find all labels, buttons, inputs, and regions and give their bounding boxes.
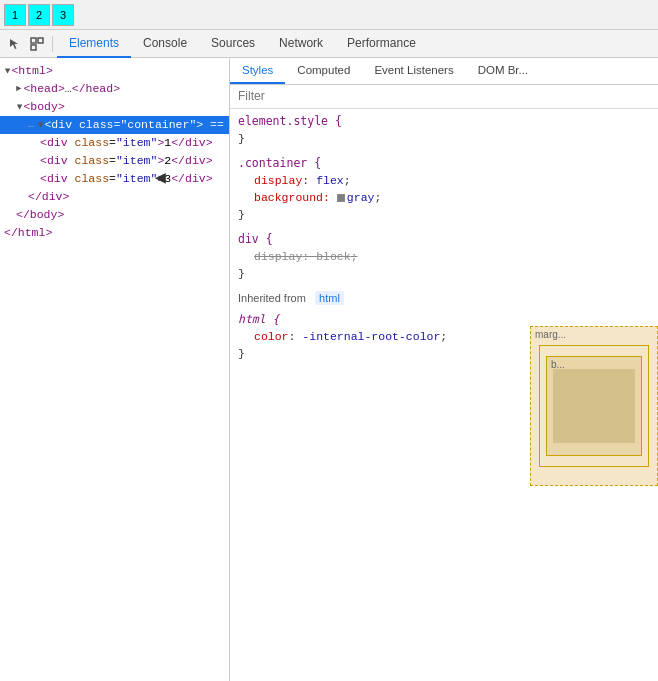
text-item1: 1 xyxy=(164,134,171,152)
tree-html[interactable]: ► <html> xyxy=(0,62,229,80)
tag-item3-name: div xyxy=(47,170,68,188)
ellipsis-head: … xyxy=(65,80,72,98)
subtab-computed[interactable]: Computed xyxy=(285,58,362,84)
tree-item-2[interactable]: < div class = "item" > 2 </div> xyxy=(0,152,229,170)
tree-item-1[interactable]: < div class = "item" > 1 </div> xyxy=(0,134,229,152)
filter-bar xyxy=(230,85,658,109)
box-model-panel: marg... b... xyxy=(530,326,658,486)
tree-div-close: </div> xyxy=(0,188,229,206)
tag-item2-gt: > xyxy=(157,152,164,170)
tag-item2-name: div xyxy=(47,152,68,170)
triangle-html: ► xyxy=(0,68,16,73)
tree-html-close: </html> xyxy=(0,224,229,242)
tag-item3-gt: > xyxy=(157,170,164,188)
tab-console[interactable]: Console xyxy=(131,30,199,58)
toolbar-divider xyxy=(52,36,53,52)
inspect-icon[interactable] xyxy=(26,33,48,55)
tag-close-div: </div> xyxy=(28,188,69,206)
tag-html-open: <html> xyxy=(11,62,52,80)
rule-display-flex: display : flex ; xyxy=(238,172,650,189)
tag-item1-open: < xyxy=(40,134,47,152)
tag-item1-name: div xyxy=(47,134,68,152)
cursor-icon[interactable] xyxy=(4,33,26,55)
tag-item2-open: < xyxy=(40,152,47,170)
tree-body-close: </body> xyxy=(0,206,229,224)
svg-rect-2 xyxy=(31,45,36,50)
eq-item1: = xyxy=(109,134,116,152)
tab-performance[interactable]: Performance xyxy=(335,30,428,58)
preview-box-1: 1 xyxy=(4,4,26,26)
eq-item3: = xyxy=(109,170,116,188)
elements-tree[interactable]: ► <html> ► <head> … </head> ► <body> … ►… xyxy=(0,58,229,681)
text-item3: 3 xyxy=(164,170,171,188)
tag-div-name: div xyxy=(51,116,72,134)
tree-head[interactable]: ► <head> … </head> xyxy=(0,80,229,98)
tag-body: <body> xyxy=(23,98,64,116)
rule-background: background: gray ; xyxy=(238,189,650,206)
tree-item-3[interactable]: < div class = "item" > 3 </div> xyxy=(0,170,229,188)
tab-network[interactable]: Network xyxy=(267,30,335,58)
tree-div-container[interactable]: … ► < div class = "container" > == $0 xyxy=(0,116,229,134)
selector-element-style: element.style { xyxy=(238,114,342,128)
rule-display-block: display : block ; xyxy=(238,248,650,265)
preview-box-2: 2 xyxy=(28,4,50,26)
box-margin-label: marg... xyxy=(535,329,566,340)
filter-input[interactable] xyxy=(238,89,650,103)
eq-item2: = xyxy=(109,152,116,170)
tab-bar: Elements Console Sources Network Perform… xyxy=(57,30,428,58)
eq-sign: == xyxy=(210,116,224,134)
preview-box-3: 3 xyxy=(52,4,74,26)
color-swatch-gray[interactable] xyxy=(337,194,345,202)
attr-item1-class: class xyxy=(75,134,110,152)
subtab-event-listeners[interactable]: Event Listeners xyxy=(362,58,465,84)
tag-item3-open: < xyxy=(40,170,47,188)
attr-item2-class: class xyxy=(75,152,110,170)
rule-element-style: element.style { } xyxy=(238,113,650,147)
tree-body[interactable]: ► <body> xyxy=(0,98,229,116)
tag-close-html: </html> xyxy=(4,224,52,242)
attr-class-name: class xyxy=(79,116,114,134)
subtab-styles[interactable]: Styles xyxy=(230,58,285,84)
selector-html: html { xyxy=(238,312,280,326)
svg-rect-1 xyxy=(38,38,43,43)
devtools-body: ► <html> ► <head> … </head> ► <body> … ►… xyxy=(0,58,658,681)
tab-elements[interactable]: Elements xyxy=(57,30,131,58)
devtools-toolbar: Elements Console Sources Network Perform… xyxy=(0,30,658,58)
tag-item2-close: </div> xyxy=(171,152,212,170)
triangle-head: ► xyxy=(16,80,21,98)
triangle-container: ► xyxy=(31,122,49,127)
tag-div-close: > xyxy=(196,116,203,134)
equals-container: = xyxy=(113,116,120,134)
preview-area: 1 2 3 xyxy=(0,0,658,30)
inherited-from-label: Inherited from html xyxy=(238,290,650,307)
attr-item2-value: "item" xyxy=(116,152,157,170)
rule-div: div { display : block ; } xyxy=(238,231,650,282)
attr-item1-value: "item" xyxy=(116,134,157,152)
inherited-tag-html[interactable]: html xyxy=(315,291,344,305)
selector-div: div { xyxy=(238,232,273,246)
subtab-dom-breakpoints[interactable]: DOM Br... xyxy=(466,58,540,84)
tab-sources[interactable]: Sources xyxy=(199,30,267,58)
tag-head: <head> xyxy=(23,80,64,98)
attr-item3-value: "item" xyxy=(116,170,157,188)
selector-container: .container { xyxy=(238,156,321,170)
tag-item1-gt: > xyxy=(157,134,164,152)
tag-close-body: </body> xyxy=(16,206,64,224)
rule-container: .container { display : flex ; background… xyxy=(238,155,650,223)
styles-subtabs: Styles Computed Event Listeners DOM Br..… xyxy=(230,58,658,85)
text-item2: 2 xyxy=(164,152,171,170)
triangle-body: ► xyxy=(10,104,28,109)
tag-item3-close: </div> xyxy=(171,170,212,188)
svg-rect-0 xyxy=(31,38,36,43)
tag-item1-close: </div> xyxy=(171,134,212,152)
attr-item3-class: class xyxy=(75,170,110,188)
elements-panel: ► <html> ► <head> … </head> ► <body> … ►… xyxy=(0,58,230,681)
attr-class-value: "container" xyxy=(120,116,196,134)
tag-head-close: </head> xyxy=(72,80,120,98)
